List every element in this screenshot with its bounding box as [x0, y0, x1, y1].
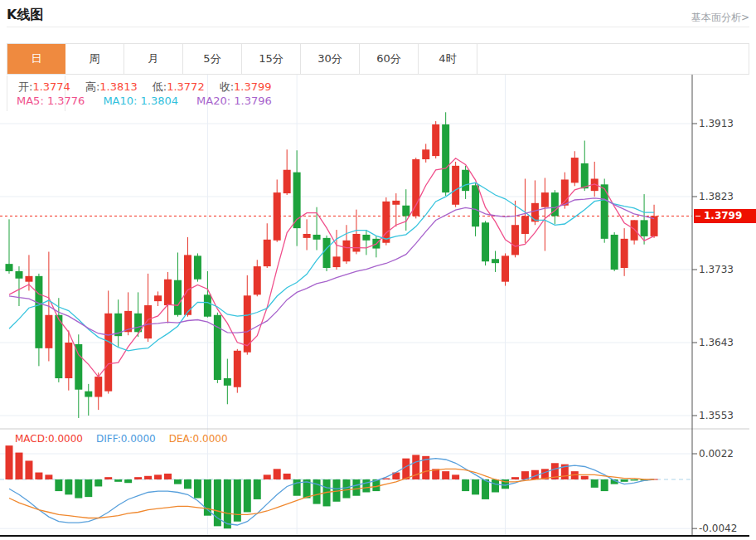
high-readout: 高:1.3813 [85, 80, 138, 95]
tab-4hour[interactable]: 4时 [419, 44, 477, 74]
ma-readout: MA5: 1.3776 MA10: 1.3804 MA20: 1.3796 [17, 95, 272, 107]
current-price-tag: 1.3799 [694, 209, 756, 223]
interval-tabs: 日 周 月 5分 15分 30分 60分 4时 [7, 43, 749, 75]
info-cell-border-left [7, 75, 7, 111]
y-axis-label: 1.3553 [699, 410, 734, 421]
ma5-readout: MA5: 1.3776 [17, 95, 85, 107]
tab-15min[interactable]: 15分 [242, 44, 301, 74]
tab-week[interactable]: 周 [65, 44, 124, 74]
y-axis-label: -0.0042 [699, 523, 737, 534]
tab-day[interactable]: 日 [7, 44, 65, 74]
ma20-readout: MA20: 1.3796 [196, 95, 272, 107]
y-axis-label: 1.3643 [699, 337, 734, 348]
close-readout: 收:1.3799 [220, 80, 272, 95]
tab-5min[interactable]: 5分 [183, 44, 242, 74]
low-readout: 低:1.3772 [153, 80, 205, 95]
ma10-readout: MA10: 1.3804 [103, 95, 178, 107]
y-axis-label: 1.3823 [699, 191, 734, 202]
tab-month[interactable]: 月 [124, 44, 183, 74]
y-axis-label: 1.3913 [699, 118, 734, 129]
y-axis-label: 1.3733 [699, 264, 734, 275]
tab-60min[interactable]: 60分 [360, 44, 419, 74]
diff-value: DIFF:0.0000 [96, 433, 156, 445]
price-tick-dash [695, 216, 700, 216]
tab-30min[interactable]: 30分 [301, 44, 360, 74]
open-readout: 开:1.3774 [18, 80, 70, 95]
y-axis-label: 0.0022 [699, 448, 734, 460]
macd-legend: MACD:0.0000 DIFF:0.0000 DEA:0.0000 [15, 433, 228, 445]
macd-value: MACD:0.0000 [15, 433, 83, 445]
current-price-value: 1.3799 [704, 210, 742, 221]
dea-value: DEA:0.0000 [169, 433, 228, 445]
ohlc-readout: 开:1.3774 高:1.3813 低:1.3772 收:1.3799 [18, 80, 272, 95]
